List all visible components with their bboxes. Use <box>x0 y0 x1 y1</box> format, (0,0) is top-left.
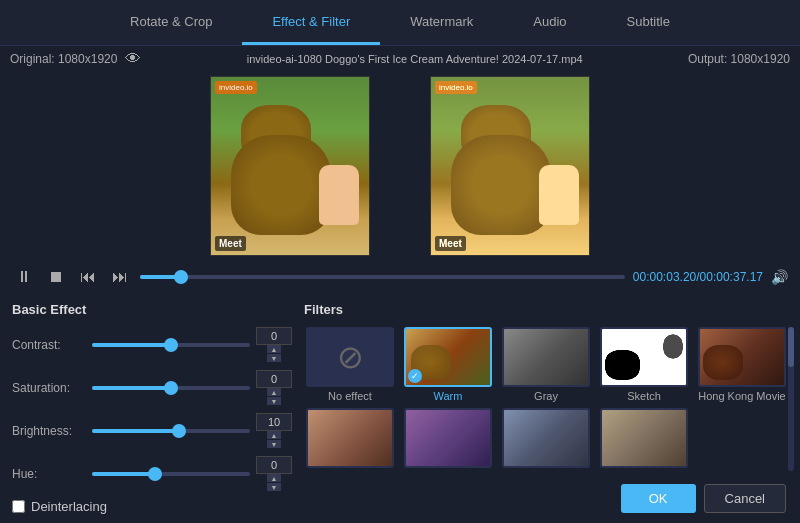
brightness-thumb[interactable] <box>172 424 186 438</box>
sketch-thumb <box>600 327 688 387</box>
basic-effect-panel: Basic Effect Contrast: ▲ ▼ Satur <box>12 302 292 523</box>
filter-item-no-effect[interactable]: ⊘ No effect <box>304 327 396 402</box>
pause-button[interactable]: ⏸ <box>12 266 36 288</box>
contrast-thumb[interactable] <box>164 338 178 352</box>
saturation-row: Saturation: ▲ ▼ <box>12 370 292 405</box>
warm-selected-check: ✓ <box>408 369 422 383</box>
saturation-slider[interactable] <box>92 386 250 390</box>
hue-value-input[interactable] <box>256 456 292 474</box>
filter-item-r2-1[interactable] <box>304 408 396 471</box>
eye-icon[interactable]: 👁 <box>125 50 141 68</box>
gray-label: Gray <box>534 390 558 402</box>
output-res-label: Output: 1080x1920 <box>688 52 790 66</box>
tab-audio[interactable]: Audio <box>503 0 596 45</box>
ok-button[interactable]: OK <box>621 484 696 513</box>
contrast-up[interactable]: ▲ <box>267 345 281 353</box>
hue-slider[interactable] <box>92 472 250 476</box>
volume-icon[interactable]: 🔊 <box>771 269 788 285</box>
dog-body-right <box>451 135 551 235</box>
next-button[interactable]: ⏭ <box>108 266 132 288</box>
saturation-spinner: ▲ ▼ <box>267 388 281 405</box>
progress-bar[interactable] <box>140 275 625 279</box>
filter-item-warm[interactable]: ✓ Warm <box>402 327 494 402</box>
hue-thumb[interactable] <box>148 467 162 481</box>
brightness-value-box: ▲ ▼ <box>256 413 292 448</box>
brightness-slider[interactable] <box>92 429 250 433</box>
hand-right <box>539 165 579 225</box>
tab-effect-filter[interactable]: Effect & Filter <box>242 0 380 45</box>
hue-spinner: ▲ ▼ <box>267 474 281 491</box>
hk-thumb <box>698 327 786 387</box>
cancel-button[interactable]: Cancel <box>704 484 786 513</box>
tab-rotate-crop[interactable]: Rotate & Crop <box>100 0 242 45</box>
contrast-value-box: ▲ ▼ <box>256 327 292 362</box>
video-previews: invideo.io Meet invideo.io Meet <box>0 72 800 260</box>
original-res-label: Original: 1080x1920 <box>10 52 117 66</box>
saturation-down[interactable]: ▼ <box>267 397 281 405</box>
watermark-left: invideo.io <box>215 81 257 94</box>
filter-scrollbar-track[interactable] <box>788 327 794 471</box>
saturation-label: Saturation: <box>12 381 92 395</box>
saturation-fill <box>92 386 171 390</box>
warm-label: Warm <box>434 390 463 402</box>
deinterlacing-label: Deinterlacing <box>31 499 107 514</box>
gray-thumb <box>502 327 590 387</box>
original-video-thumb: invideo.io Meet <box>210 76 370 256</box>
saturation-thumb[interactable] <box>164 381 178 395</box>
r2-3-preview <box>504 410 588 466</box>
stop-button[interactable]: ⏹ <box>44 266 68 288</box>
watermark-right: invideo.io <box>435 81 477 94</box>
output-video-scene: invideo.io Meet <box>431 77 589 255</box>
saturation-up[interactable]: ▲ <box>267 388 281 396</box>
sketch-preview <box>602 329 686 385</box>
warm-thumb: ✓ <box>404 327 492 387</box>
bottom-buttons: OK Cancel <box>621 484 786 513</box>
filter-scrollbar-thumb[interactable] <box>788 327 794 367</box>
contrast-slider[interactable] <box>92 343 250 347</box>
filter-item-sketch[interactable]: Sketch <box>598 327 690 402</box>
hue-up[interactable]: ▲ <box>267 474 281 482</box>
hue-down[interactable]: ▼ <box>267 483 281 491</box>
tab-subtitle[interactable]: Subtitle <box>597 0 700 45</box>
original-video-scene: invideo.io Meet <box>211 77 369 255</box>
brightness-label: Brightness: <box>12 424 92 438</box>
gray-preview <box>504 329 588 385</box>
filter-item-hk[interactable]: Hong Kong Movie <box>696 327 788 402</box>
video-filename: invideo-ai-1080 Doggo's First Ice Cream … <box>247 53 583 65</box>
r2-2-preview <box>406 410 490 466</box>
contrast-down[interactable]: ▼ <box>267 354 281 362</box>
brightness-spinner: ▲ ▼ <box>267 431 281 448</box>
no-effect-icon: ⊘ <box>337 338 364 376</box>
filter-item-gray[interactable]: Gray <box>500 327 592 402</box>
hk-preview <box>700 329 784 385</box>
brightness-value-input[interactable] <box>256 413 292 431</box>
filters-scroll-area: ⊘ No effect ✓ Warm <box>304 327 788 471</box>
progress-thumb[interactable] <box>174 270 188 284</box>
saturation-value-input[interactable] <box>256 370 292 388</box>
playback-controls: ⏸ ⏹ ⏮ ⏭ 00:00:03.20/00:00:37.17 🔊 <box>0 260 800 294</box>
filter-grid: ⊘ No effect ✓ Warm <box>304 327 788 471</box>
filters-title: Filters <box>304 302 788 317</box>
dog-body-left <box>231 135 331 235</box>
video-label-left: Meet <box>215 236 246 251</box>
r2-1-thumb <box>306 408 394 468</box>
hue-value-box: ▲ ▼ <box>256 456 292 491</box>
brightness-up[interactable]: ▲ <box>267 431 281 439</box>
r2-4-preview <box>602 410 686 466</box>
filter-item-r2-4[interactable] <box>598 408 690 471</box>
filter-item-r2-2[interactable] <box>402 408 494 471</box>
hk-label: Hong Kong Movie <box>698 390 785 402</box>
saturation-value-box: ▲ ▼ <box>256 370 292 405</box>
time-display: 00:00:03.20/00:00:37.17 <box>633 270 763 284</box>
brightness-down[interactable]: ▼ <box>267 440 281 448</box>
brightness-fill <box>92 429 179 433</box>
tab-watermark[interactable]: Watermark <box>380 0 503 45</box>
time-total: 00:00:37.17 <box>700 270 763 284</box>
hand-left <box>319 165 359 225</box>
basic-effect-title: Basic Effect <box>12 302 292 317</box>
filter-item-r2-3[interactable] <box>500 408 592 471</box>
prev-button[interactable]: ⏮ <box>76 266 100 288</box>
deinterlacing-checkbox[interactable] <box>12 500 25 513</box>
contrast-value-input[interactable] <box>256 327 292 345</box>
hue-label: Hue: <box>12 467 92 481</box>
